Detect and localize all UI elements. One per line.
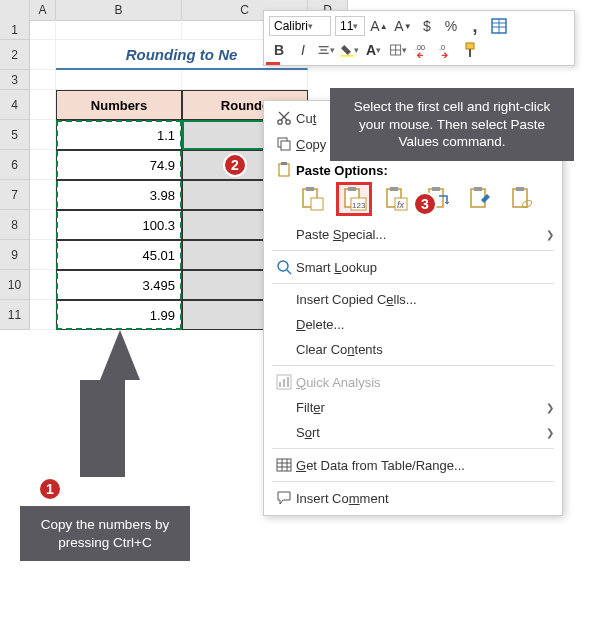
comma-icon[interactable]: ,: [465, 16, 485, 36]
svg-rect-22: [281, 162, 287, 165]
svg-line-42: [287, 270, 291, 274]
context-menu: Cut Copy Paste Options: 123 fx Paste Spe…: [263, 100, 563, 516]
svg-rect-20: [281, 141, 290, 150]
scissors-icon: [272, 110, 296, 126]
svg-rect-7: [341, 55, 354, 57]
menu-paste-special[interactable]: Paste Special... ❯: [264, 222, 562, 247]
header-numbers[interactable]: Numbers: [56, 90, 182, 120]
paste-all-icon[interactable]: [296, 184, 328, 214]
svg-text:123: 123: [352, 201, 366, 210]
delete-label: Delete...: [296, 317, 554, 332]
row-3[interactable]: 3: [0, 70, 30, 90]
clear-label: Clear Contents: [296, 342, 554, 357]
paste-values-icon[interactable]: 123: [338, 184, 370, 214]
increase-decimal-icon[interactable]: .0: [437, 40, 457, 60]
font-selector[interactable]: Calibri▾: [269, 16, 331, 36]
row-11[interactable]: 11: [0, 300, 30, 330]
menu-insert-copied[interactable]: Insert Copied Cells...: [264, 287, 562, 312]
font-size[interactable]: 11▾: [335, 16, 365, 36]
row-6[interactable]: 6: [0, 150, 30, 180]
svg-rect-45: [283, 379, 285, 387]
svg-point-15: [278, 120, 282, 124]
row-8[interactable]: 8: [0, 210, 30, 240]
svg-marker-52: [80, 330, 140, 477]
mini-toolbar: Calibri▾ 11▾ A▲ A▼ $ % , B I ▾ ▾ A▾ ▾ .0…: [263, 10, 575, 66]
svg-rect-31: [390, 187, 398, 191]
svg-text:.0: .0: [439, 44, 445, 52]
comment-icon: [272, 490, 296, 506]
paste-formatting-icon[interactable]: [464, 184, 496, 214]
cell-B5[interactable]: 1.1: [56, 120, 182, 150]
insert-copied-label: Insert Copied Cells...: [296, 292, 554, 307]
svg-rect-24: [306, 187, 314, 191]
currency-icon[interactable]: $: [417, 16, 437, 36]
bold-icon[interactable]: B: [269, 40, 289, 60]
svg-rect-44: [279, 382, 281, 387]
paste-special-label: Paste Special...: [296, 227, 546, 242]
svg-rect-38: [513, 189, 527, 207]
svg-rect-13: [466, 43, 474, 49]
filter-label: Filter: [296, 400, 546, 415]
menu-smart-lookup[interactable]: Smart Lookup: [264, 254, 562, 280]
col-B[interactable]: B: [56, 0, 182, 20]
menu-sort[interactable]: Sort ❯: [264, 420, 562, 445]
align-icon[interactable]: ▾: [317, 40, 337, 60]
badge-1: 1: [38, 477, 62, 501]
menu-clear[interactable]: Clear Contents: [264, 337, 562, 362]
sort-label: Sort: [296, 425, 546, 440]
menu-get-data[interactable]: Get Data from Table/Range...: [264, 452, 562, 478]
svg-point-41: [278, 261, 288, 271]
grow-font-icon[interactable]: A▲: [369, 16, 389, 36]
svg-rect-25: [311, 198, 323, 210]
chevron-right-icon: ❯: [546, 229, 554, 240]
svg-rect-36: [471, 189, 485, 207]
paste-link-icon[interactable]: [506, 184, 538, 214]
svg-rect-35: [432, 187, 440, 191]
italic-icon[interactable]: I: [293, 40, 313, 60]
svg-text:.00: .00: [415, 44, 425, 52]
chevron-right-icon: ❯: [546, 402, 554, 413]
cell-B7[interactable]: 3.98: [56, 180, 182, 210]
cell-B6[interactable]: 74.9: [56, 150, 182, 180]
row-2[interactable]: 2: [0, 40, 30, 70]
smart-lookup-label: Smart Lookup: [296, 260, 554, 275]
svg-point-16: [286, 120, 290, 124]
cell-B10[interactable]: 3.495: [56, 270, 182, 300]
badge-2: 2: [223, 153, 247, 177]
svg-rect-21: [279, 164, 289, 176]
copy-icon: [272, 136, 296, 152]
callout-paste-values: Select the first cell and right-click yo…: [330, 88, 574, 161]
svg-rect-14: [469, 49, 471, 57]
quick-analysis-icon: [272, 374, 296, 390]
menu-delete[interactable]: Delete...: [264, 312, 562, 337]
svg-rect-27: [348, 187, 356, 191]
border-icon[interactable]: ▾: [389, 40, 409, 60]
paste-formulas-icon[interactable]: fx: [380, 184, 412, 214]
lookup-icon: [272, 259, 296, 275]
row-7[interactable]: 7: [0, 180, 30, 210]
row-1[interactable]: 1: [0, 20, 30, 40]
percent-icon[interactable]: %: [441, 16, 461, 36]
cell-B11[interactable]: 1.99: [56, 300, 182, 330]
col-A[interactable]: A: [30, 0, 56, 20]
row-5[interactable]: 5: [0, 120, 30, 150]
row-10[interactable]: 10: [0, 270, 30, 300]
quick-analysis-label: Quick Analysis: [296, 375, 554, 390]
font-color-icon[interactable]: A▾: [365, 40, 385, 60]
decrease-decimal-icon[interactable]: .00: [413, 40, 433, 60]
row-4[interactable]: 4: [0, 90, 30, 120]
cell-B9[interactable]: 45.01: [56, 240, 182, 270]
table-format-icon[interactable]: [489, 16, 509, 36]
cell-B8[interactable]: 100.3: [56, 210, 182, 240]
fill-color-icon[interactable]: ▾: [341, 40, 361, 60]
svg-rect-37: [474, 187, 482, 191]
shrink-font-icon[interactable]: A▼: [393, 16, 413, 36]
menu-quick-analysis: Quick Analysis: [264, 369, 562, 395]
row-9[interactable]: 9: [0, 240, 30, 270]
svg-rect-39: [516, 187, 524, 191]
format-painter-icon[interactable]: [461, 40, 481, 60]
badge-3: 3: [413, 192, 437, 216]
menu-filter[interactable]: Filter ❯: [264, 395, 562, 420]
svg-rect-47: [277, 459, 291, 471]
menu-insert-comment[interactable]: Insert Comment: [264, 485, 562, 511]
